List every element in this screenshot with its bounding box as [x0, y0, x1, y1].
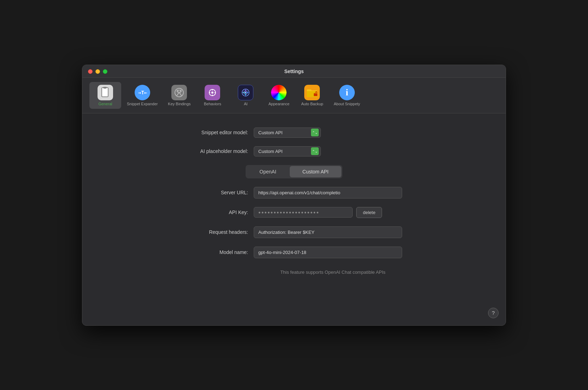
- openai-toggle-btn[interactable]: OpenAI: [247, 166, 289, 177]
- tab-ai[interactable]: AI: [230, 82, 261, 109]
- api-key-field-group: ●●●●●●●●●●●●●●●●●●●● delete: [254, 207, 382, 218]
- snippet-expander-icon: →T←: [135, 85, 150, 100]
- hint-text: This feature supports OpenAI Chat compat…: [170, 270, 418, 275]
- snippet-editor-row: Snippet editor model: Custom API GPT-4 G…: [170, 128, 418, 138]
- settings-window: Settings General →T← Snippet Expander: [82, 65, 506, 326]
- traffic-lights: [88, 69, 107, 74]
- model-name-input[interactable]: [254, 247, 402, 258]
- request-headers-row: Request headers:: [170, 226, 418, 238]
- ai-icon: [238, 85, 253, 100]
- appearance-icon: [271, 85, 287, 100]
- general-icon: [98, 85, 113, 100]
- tab-about-snippety[interactable]: i About Snippety: [329, 82, 364, 109]
- tab-auto-backup[interactable]: Auto Backup: [296, 82, 328, 109]
- snippet-expander-icon-svg: →T←: [137, 89, 147, 96]
- svg-rect-1: [104, 87, 106, 88]
- ai-settings-form: Snippet editor model: Custom API GPT-4 G…: [170, 128, 418, 275]
- toolbar: General →T← Snippet Expander: [82, 78, 506, 113]
- tab-general-label: General: [98, 102, 112, 106]
- svg-point-7: [211, 91, 213, 94]
- tab-auto-backup-label: Auto Backup: [301, 102, 323, 106]
- svg-rect-15: [314, 93, 317, 96]
- behaviors-icon: [205, 85, 220, 100]
- tab-behaviors[interactable]: Behaviors: [196, 82, 228, 109]
- tab-key-bindings-label: Key Bindings: [168, 102, 190, 106]
- snippet-editor-dropdown-wrapper: Custom API GPT-4 GPT-3.5 Turbo ⌃⌄: [254, 128, 321, 138]
- snippet-editor-label: Snippet editor model:: [170, 130, 248, 135]
- tab-snippet-expander[interactable]: →T← Snippet Expander: [123, 82, 162, 109]
- ai-placeholder-dropdown-wrapper: Custom API GPT-4 GPT-3.5 Turbo ⌃⌄: [254, 146, 321, 156]
- server-url-input[interactable]: [254, 187, 402, 199]
- window-title: Settings: [284, 69, 304, 74]
- auto-backup-icon-svg: [306, 88, 318, 98]
- minimize-button[interactable]: [95, 69, 100, 74]
- model-name-label: Model name:: [170, 249, 248, 255]
- maximize-button[interactable]: [103, 69, 107, 74]
- api-toggle-group: OpenAI Custom API: [246, 165, 342, 178]
- title-bar: Settings: [82, 65, 506, 78]
- tab-key-bindings[interactable]: Key Bindings: [163, 82, 195, 109]
- tab-about-snippety-label: About Snippety: [334, 102, 360, 106]
- custom-api-toggle-btn[interactable]: Custom API: [290, 166, 341, 177]
- api-key-row: API Key: ●●●●●●●●●●●●●●●●●●●● delete: [170, 207, 418, 218]
- ai-icon-svg: [241, 88, 250, 97]
- tab-snippet-expander-label: Snippet Expander: [127, 102, 158, 106]
- snippet-editor-select[interactable]: Custom API GPT-4 GPT-3.5 Turbo: [254, 128, 321, 138]
- model-name-row: Model name:: [170, 247, 418, 258]
- server-url-row: Server URL:: [170, 187, 418, 199]
- tab-behaviors-label: Behaviors: [204, 102, 221, 106]
- ai-placeholder-row: AI placeholder model: Custom API GPT-4 G…: [170, 146, 418, 156]
- about-icon-letter: i: [346, 87, 348, 98]
- ai-placeholder-label: AI placeholder model:: [170, 148, 248, 154]
- toggle-row: OpenAI Custom API: [170, 165, 418, 178]
- svg-rect-0: [102, 88, 108, 97]
- svg-point-14: [245, 92, 246, 93]
- auto-backup-icon: [304, 85, 320, 100]
- key-bindings-icon-svg: [174, 88, 184, 98]
- tab-appearance[interactable]: Appearance: [263, 82, 295, 109]
- delete-api-key-button[interactable]: delete: [356, 207, 382, 218]
- svg-point-5: [178, 90, 180, 92]
- tab-general[interactable]: General: [89, 82, 121, 109]
- request-headers-label: Request headers:: [170, 229, 248, 235]
- api-key-label: API Key:: [170, 209, 248, 215]
- tab-appearance-label: Appearance: [269, 102, 289, 106]
- behaviors-icon-svg: [208, 88, 217, 97]
- key-bindings-icon: [171, 85, 187, 100]
- request-headers-input[interactable]: [254, 226, 402, 238]
- about-icon: i: [339, 85, 355, 100]
- ai-placeholder-select[interactable]: Custom API GPT-4 GPT-3.5 Turbo: [254, 146, 321, 156]
- help-button[interactable]: ?: [488, 308, 499, 318]
- close-button[interactable]: [88, 69, 93, 74]
- general-icon-svg: [100, 87, 110, 98]
- svg-text:→T←: →T←: [138, 90, 147, 95]
- api-key-dots: ●●●●●●●●●●●●●●●●●●●●: [254, 207, 353, 218]
- content-area: Snippet editor model: Custom API GPT-4 G…: [82, 113, 506, 325]
- server-url-label: Server URL:: [170, 190, 248, 195]
- tab-ai-label: AI: [244, 102, 247, 106]
- color-wheel: [271, 85, 287, 100]
